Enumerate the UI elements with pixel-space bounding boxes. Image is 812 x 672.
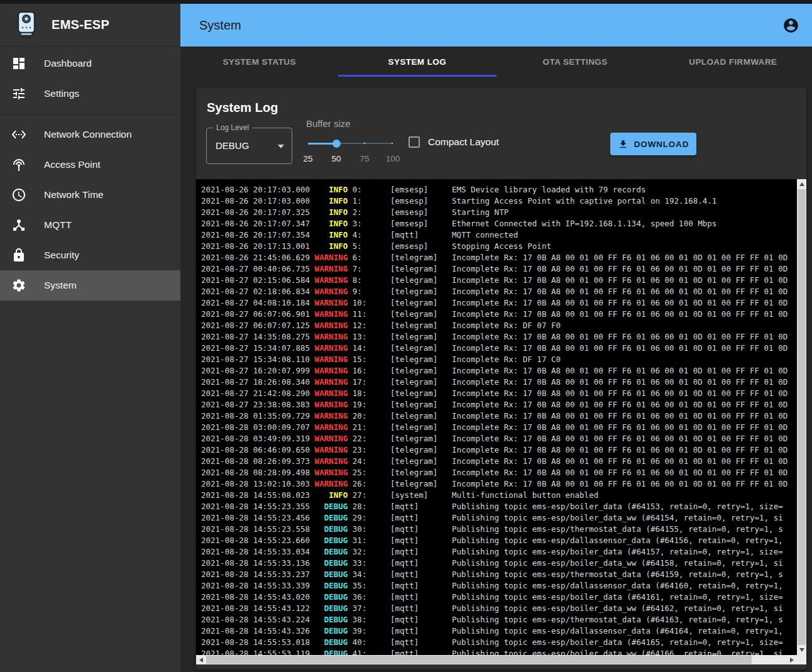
log-line: 2021-08-28 14:55:53.018 DEBUG 40: [mqtt]… [201,637,797,648]
log-line: 2021-08-28 14:55:23.660 DEBUG 31: [mqtt]… [201,535,797,546]
sidebar-item-system[interactable]: System [0,270,180,300]
compact-layout-checkbox[interactable]: Compact Layout [409,136,499,148]
slider-mark [364,143,365,144]
sidebar-item-access-point[interactable]: Access Point [0,150,180,180]
sidebar-item-dashboard[interactable]: Dashboard [0,48,180,79]
sidebar-item-label: System [44,280,77,291]
scrollbar-corner [797,655,806,664]
sidebar-item-label: Settings [44,88,79,99]
log-line: 2021-08-27 18:26:08.340 WARNING 17: [tel… [201,377,797,388]
checkbox-icon[interactable] [409,136,420,148]
buffer-size-label: Buffer size [306,118,407,129]
sidebar-item-mqtt[interactable]: MQTT [0,210,180,240]
sidebar: EMS-ESP Dashboard Settings Network Conne… [0,4,180,672]
sidebar-item-settings[interactable]: Settings [0,79,180,109]
page-title: System [199,18,782,33]
triangle-down-icon [799,648,804,652]
tab-label: OTA SETTINGS [543,57,608,67]
tab-upload-firmware[interactable]: UPLOAD FIRMWARE [654,47,812,77]
log-level-select[interactable]: Log Level DEBUG [206,128,292,164]
tab-system-log[interactable]: SYSTEM LOG [338,47,496,77]
log-line: 2021-08-27 14:35:08.275 WARNING 13: [tel… [201,331,797,343]
log-line: 2021-08-26 20:17:07.354 INFO 4: [mqtt] M… [201,229,797,241]
horizontal-scroll-thumb[interactable] [206,656,752,664]
tab-ota-settings[interactable]: OTA SETTINGS [497,47,654,77]
log-level-label: Log Level [213,123,252,132]
triangle-up-icon [799,182,804,186]
horizontal-scrollbar[interactable] [196,655,797,664]
slider-mark-label: 100 [386,154,400,163]
log-line: 2021-08-26 20:17:07.325 INFO 2: [emsesp]… [201,207,797,218]
log-line: 2021-08-27 21:42:08.290 WARNING 18: [tel… [201,388,797,399]
sidebar-item-label: Access Point [44,159,101,170]
tab-label: UPLOAD FIRMWARE [689,57,777,67]
wifi-tethering-icon [11,157,26,172]
sidebar-item-label: Security [44,250,79,261]
tab-label: SYSTEM STATUS [222,57,295,67]
log-line: 2021-08-27 02:15:06.584 WARNING 8: [tele… [201,275,797,286]
tab-system-status[interactable]: SYSTEM STATUS [180,47,338,77]
log-line: 2021-08-26 20:17:13.001 INFO 5: [emsesp]… [201,241,797,252]
system-log-panel: System Log Log Level DEBUG Buffer size [196,88,806,669]
sidebar-item-security[interactable]: Security [0,240,180,270]
main-area: System SYSTEM STATUS SYSTEM LOG OTA SETT… [180,4,812,672]
sidebar-item-network-connection[interactable]: Network Connection [0,119,180,150]
log-line: 2021-08-28 14:55:43.122 DEBUG 37: [mqtt]… [201,603,797,614]
log-line: 2021-08-26 20:17:03.000 INFO 0: [emsesp]… [201,184,797,196]
log-line: 2021-08-27 23:38:08.383 WARNING 19: [tel… [201,399,797,410]
log-line: 2021-08-28 14:55:53.119 DEBUG 41: [mqtt]… [201,648,797,655]
triangle-left-icon [199,658,203,663]
log-line: 2021-08-26 20:17:07.347 INFO 3: [emsesp]… [201,218,797,229]
sidebar-item-label: Network Time [44,189,104,201]
log-line: 2021-08-28 14:55:23.456 DEBUG 29: [mqtt]… [201,512,797,524]
app-root: EMS-ESP Dashboard Settings Network Conne… [0,0,812,672]
chevron-down-icon [278,145,284,148]
scroll-down-button[interactable] [797,645,806,655]
lock-icon [11,248,26,263]
account-circle-icon[interactable] [782,17,799,34]
panel-title: System Log [207,101,278,115]
sidebar-item-label: Dashboard [44,58,92,69]
log-line: 2021-08-27 15:34:07.885 WARNING 14: [tel… [201,343,797,354]
log-lines: 2021-08-26 20:17:03.000 INFO 0: [emsesp]… [196,179,797,655]
log-console: 2021-08-26 20:17:03.000 INFO 0: [emsesp]… [196,179,806,664]
app-brand: EMS-ESP [0,4,180,47]
log-line: 2021-08-28 14:55:33.237 DEBUG 34: [mqtt]… [201,569,797,580]
log-line: 2021-08-28 08:26:09.373 WARNING 24: [tel… [201,456,797,467]
vertical-scroll-thumb[interactable] [798,189,806,645]
log-line: 2021-08-27 00:40:06.735 WARNING 7: [tele… [201,263,797,275]
log-line: 2021-08-28 14:55:33.136 DEBUG 33: [mqtt]… [201,558,797,569]
download-icon [618,139,628,150]
tune-icon [11,86,26,101]
scroll-right-button[interactable] [787,655,797,664]
dashboard-icon [11,56,26,71]
vertical-scrollbar[interactable] [797,179,806,655]
log-line: 2021-08-27 06:07:07.125 WARNING 12: [tel… [201,320,797,331]
tab-label: SYSTEM LOG [388,57,447,67]
log-line: 2021-08-28 03:00:09.707 WARNING 21: [tel… [201,422,797,433]
log-line: 2021-08-27 02:18:06.834 WARNING 9: [tele… [201,286,797,297]
slider-labels: 25 50 75 100 [308,154,393,164]
scroll-up-button[interactable] [797,179,806,189]
slider-mark-label: 75 [359,154,369,163]
compact-layout-label: Compact Layout [428,136,499,148]
boiler-logo-icon [15,11,38,40]
log-line: 2021-08-28 14:55:33.034 DEBUG 32: [mqtt]… [201,546,797,558]
slider-mark-label: 50 [331,154,341,163]
download-button[interactable]: DOWNLOAD [610,133,696,155]
sidebar-item-label: MQTT [44,219,72,231]
horizontal-scroll-track[interactable] [752,655,787,664]
sidebar-item-network-time[interactable]: Network Time [0,180,180,210]
log-line: 2021-08-28 14:55:43.020 DEBUG 36: [mqtt]… [201,592,797,603]
slider-mark-label: 25 [303,154,312,163]
buffer-size-slider[interactable] [308,135,393,151]
slider-thumb[interactable] [332,140,341,148]
log-line: 2021-08-28 14:55:33.339 DEBUG 35: [mqtt]… [201,580,797,592]
log-line: 2021-08-26 20:17:03.000 INFO 1: [emsesp]… [201,196,797,207]
log-line: 2021-08-28 14:55:43.326 DEBUG 39: [mqtt]… [201,625,797,637]
scroll-left-button[interactable] [196,655,206,664]
clock-icon [11,187,26,202]
log-line: 2021-08-27 16:20:07.999 WARNING 16: [tel… [201,365,797,377]
log-line: 2021-08-28 13:02:10.303 WARNING 26: [tel… [201,478,797,490]
log-line: 2021-08-27 15:34:08.110 WARNING 15: [tel… [201,354,797,365]
